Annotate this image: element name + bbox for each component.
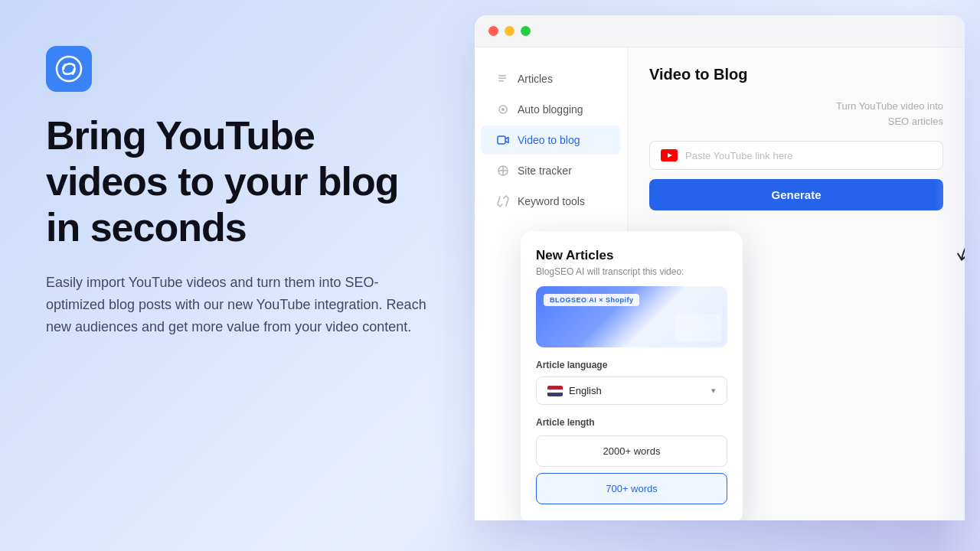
sidebar-item-keyword-tools[interactable]: Keyword tools	[481, 187, 621, 216]
thumbnail-label: BLOGSEO AI × Shopify	[544, 294, 639, 306]
auto-blogging-icon	[496, 103, 510, 116]
youtube-logo-icon	[661, 149, 678, 161]
youtube-input-placeholder: Paste YouTube link here	[685, 150, 932, 161]
video-blog-icon	[496, 133, 510, 147]
length-section-label: Article length	[536, 417, 727, 428]
sidebar-label-video-to-blog: Video to blog	[518, 134, 580, 146]
language-section-label: Article language	[536, 360, 727, 370]
video-thumbnail: BLOGSEO AI × Shopify	[536, 286, 727, 347]
chevron-down-icon: ▾	[711, 386, 716, 396]
sidebar-label-keyword-tools: Keyword tools	[518, 195, 585, 207]
sidebar-item-video-to-blog[interactable]: Video to blog	[481, 126, 621, 155]
headline: Bring YouTube videos to your blog in sec…	[46, 113, 429, 250]
browser-titlebar	[475, 15, 965, 47]
page-title: Video to Blog	[649, 66, 943, 83]
flag-icon	[547, 386, 563, 396]
browser-window: Articles Auto blogging Video to blog	[475, 15, 965, 520]
subtext-line2: SEO articles	[888, 116, 943, 127]
keyword-tools-icon	[496, 194, 510, 208]
minimize-button[interactable]	[505, 26, 514, 36]
sidebar-item-site-tracker[interactable]: Site tracker	[481, 156, 621, 185]
arrow-decoration	[949, 216, 965, 292]
thumbnail-inner: BLOGSEO AI × Shopify	[536, 286, 727, 347]
right-panel: Articles Auto blogging Video to blog	[475, 0, 980, 551]
modal-card: New Articles BlogSEO AI will transcript …	[521, 231, 743, 520]
sidebar-item-auto-blogging[interactable]: Auto blogging	[481, 95, 621, 124]
language-left: English	[547, 385, 602, 396]
svg-rect-1	[498, 75, 506, 77]
site-tracker-icon	[496, 164, 510, 178]
articles-icon	[496, 72, 510, 86]
length-option-2000[interactable]: 2000+ words	[536, 435, 727, 467]
sidebar-label-site-tracker: Site tracker	[518, 165, 572, 177]
maximize-button[interactable]	[521, 26, 531, 36]
close-button[interactable]	[488, 26, 498, 36]
main-content: Video to Blog Turn YouTube video into SE…	[628, 47, 965, 520]
modal-title: New Articles	[536, 248, 727, 263]
main-subtext: Turn YouTube video into SEO articles	[649, 99, 943, 129]
sidebar-label-articles: Articles	[518, 73, 553, 85]
svg-point-5	[501, 108, 505, 111]
modal-subtitle: BlogSEO AI will transcript this video:	[536, 266, 727, 277]
length-option-700[interactable]: 700+ words	[536, 473, 727, 504]
sidebar-item-articles[interactable]: Articles	[481, 64, 621, 93]
subtext-line1: Turn YouTube video into	[836, 100, 943, 112]
svg-rect-2	[498, 78, 506, 80]
youtube-input-row[interactable]: Paste YouTube link here	[649, 141, 943, 170]
language-select[interactable]: English ▾	[536, 377, 727, 405]
left-panel: Bring YouTube videos to your blog in sec…	[0, 0, 475, 551]
svg-point-0	[57, 57, 81, 81]
subtext: Easily import YouTube videos and turn th…	[46, 272, 429, 337]
browser-body: Articles Auto blogging Video to blog	[475, 47, 965, 520]
svg-rect-6	[498, 136, 505, 144]
app-logo	[46, 46, 92, 92]
sidebar-label-auto-blogging: Auto blogging	[518, 103, 583, 116]
svg-rect-3	[498, 80, 504, 82]
language-value: English	[569, 385, 602, 396]
generate-button[interactable]: Generate	[649, 179, 943, 210]
